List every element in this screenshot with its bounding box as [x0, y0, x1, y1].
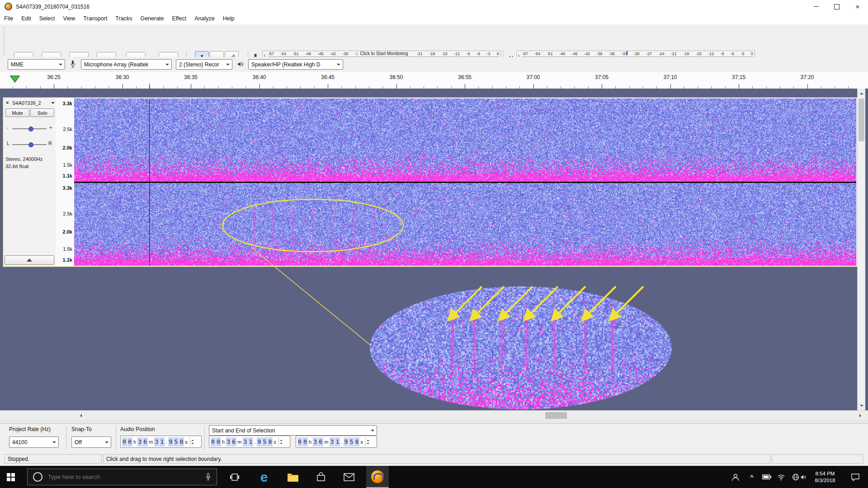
recording-channels-select[interactable]: 2 (Stereo) Recor [176, 59, 232, 70]
time-digit[interactable]: 8 [268, 437, 273, 446]
gain-thumb[interactable] [28, 127, 33, 131]
playback-device-select[interactable]: Speaker/HP (Realtek High D [248, 59, 343, 70]
pan-thumb[interactable] [28, 142, 33, 147]
file-explorer-taskbar-button[interactable] [282, 466, 304, 488]
menu-help[interactable]: Help [219, 13, 239, 24]
time-digit[interactable]: 0 [297, 437, 302, 446]
collapse-track-button[interactable] [5, 255, 54, 265]
search-input[interactable] [47, 473, 205, 481]
menu-transport[interactable]: Transport [79, 13, 111, 24]
time-digit[interactable]: 9 [257, 437, 262, 446]
time-digit[interactable]: 6 [143, 437, 148, 446]
timeline-tick [191, 84, 191, 89]
recording-device-select[interactable]: Microphone Array (Realtek [81, 59, 172, 70]
search-mic-icon[interactable] [205, 473, 211, 481]
project-rate-value: 44100 [12, 439, 27, 446]
time-digit[interactable]: 3 [313, 437, 318, 446]
track-menu-caret-icon[interactable] [51, 102, 55, 106]
track-title[interactable]: S4A07339_2 [12, 100, 41, 106]
edge-taskbar-button[interactable]: e [253, 466, 275, 488]
menu-effect[interactable]: Effect [168, 13, 191, 24]
time-digit[interactable]: 5 [349, 437, 354, 446]
people-tray-button[interactable] [728, 466, 743, 488]
spectrogram-channel-right[interactable] [74, 183, 856, 266]
task-view-button[interactable] [225, 466, 245, 488]
gain-slider[interactable] [12, 128, 47, 129]
horizontal-scroll-thumb[interactable] [545, 412, 567, 419]
close-button[interactable]: × [847, 0, 868, 13]
menu-edit[interactable]: Edit [17, 13, 35, 24]
audio-position-field[interactable]: 00h36m31.958s [120, 436, 202, 448]
time-digit[interactable]: 6 [318, 437, 323, 446]
minimize-button[interactable] [806, 0, 826, 13]
timeline-ruler[interactable]: 36:2536:3036:3536:4036:4536:5036:5537:00… [0, 72, 868, 89]
selection-mode-select[interactable]: Start and End of Selection [209, 425, 377, 436]
mail-taskbar-button[interactable] [338, 466, 360, 488]
snap-to-label: Snap-To [71, 426, 92, 432]
time-digit[interactable]: 0 [211, 437, 216, 446]
toolbar-gripper[interactable] [4, 26, 6, 55]
scroll-left-button[interactable] [76, 412, 84, 419]
time-digit[interactable]: 9 [168, 437, 173, 446]
time-digit[interactable]: 5 [174, 437, 179, 446]
horizontal-scrollbar[interactable] [0, 410, 868, 421]
audio-host-select[interactable]: MME [8, 59, 65, 70]
time-digit[interactable]: 3 [154, 437, 159, 446]
audacity-taskbar-button[interactable] [366, 466, 389, 488]
menu-analyze[interactable]: Analyze [190, 13, 218, 24]
tray-overflow-button[interactable]: ^ [746, 466, 758, 488]
maximize-button[interactable] [826, 0, 847, 13]
scroll-right-button[interactable] [857, 412, 865, 419]
project-rate-select[interactable]: 44100 [9, 436, 59, 448]
solo-button[interactable]: Solo [30, 108, 54, 117]
selection-end-field[interactable]: 00h36m31.958s [296, 436, 377, 448]
timeline-label: 36:55 [458, 74, 472, 80]
time-digit[interactable]: 0 [216, 437, 221, 446]
menu-view[interactable]: View [59, 13, 79, 24]
time-digit[interactable]: 8 [179, 437, 184, 446]
pan-slider[interactable] [12, 144, 47, 145]
spectrogram-channel-left[interactable] [74, 99, 856, 182]
time-digit[interactable]: 9 [344, 437, 349, 446]
scroll-down-button[interactable] [858, 403, 865, 410]
right-arrow-icon [859, 414, 863, 418]
time-digit[interactable]: 3 [243, 437, 248, 446]
record-meter-monitor-text[interactable]: Click to Start Monitoring [358, 51, 410, 56]
network-tray-icon[interactable] [775, 466, 788, 488]
taskbar-search[interactable] [27, 469, 217, 485]
start-button[interactable] [0, 466, 22, 488]
menu-file[interactable]: File [0, 13, 17, 24]
menu-generate[interactable]: Generate [136, 13, 168, 24]
battery-tray-icon[interactable] [760, 466, 773, 488]
menu-select[interactable]: Select [35, 13, 59, 24]
time-digit[interactable]: 0 [127, 437, 132, 446]
time-digit[interactable]: 3 [137, 437, 142, 446]
time-digit[interactable]: 0 [303, 437, 308, 446]
time-spinner[interactable] [190, 437, 195, 446]
selection-start-field[interactable]: 00h36m31.958s [209, 436, 290, 448]
time-spinner[interactable] [365, 437, 371, 446]
scroll-up-button[interactable] [858, 89, 865, 96]
time-digit[interactable]: 1 [335, 437, 340, 446]
store-taskbar-button[interactable] [310, 466, 332, 488]
time-digit[interactable]: 3 [330, 437, 335, 446]
menu-tracks[interactable]: Tracks [111, 13, 136, 24]
time-digit[interactable]: 1 [160, 437, 165, 446]
volume-tray-icon[interactable] [798, 466, 808, 488]
track-close-button[interactable]: × [6, 100, 9, 105]
title-bar: S4A07339_20180704_031516 × [0, 0, 868, 13]
time-digit[interactable]: 6 [231, 437, 236, 446]
time-digit[interactable]: 5 [262, 437, 267, 446]
taskbar-clock[interactable]: 8:54 PM 8/3/2018 [807, 466, 843, 488]
time-digit[interactable]: 1 [248, 437, 253, 446]
mute-button[interactable]: Mute [5, 108, 29, 117]
vertical-scrollbar[interactable] [857, 89, 865, 410]
time-digit[interactable]: 3 [226, 437, 231, 446]
time-spinner[interactable] [278, 437, 284, 446]
snap-to-select[interactable]: Off [71, 436, 111, 448]
action-center-button[interactable] [846, 466, 864, 488]
time-digit[interactable]: 8 [354, 437, 359, 446]
vertical-scroll-thumb[interactable] [859, 99, 864, 141]
time-digit[interactable]: 0 [122, 437, 127, 446]
timeline-tick [123, 84, 123, 89]
